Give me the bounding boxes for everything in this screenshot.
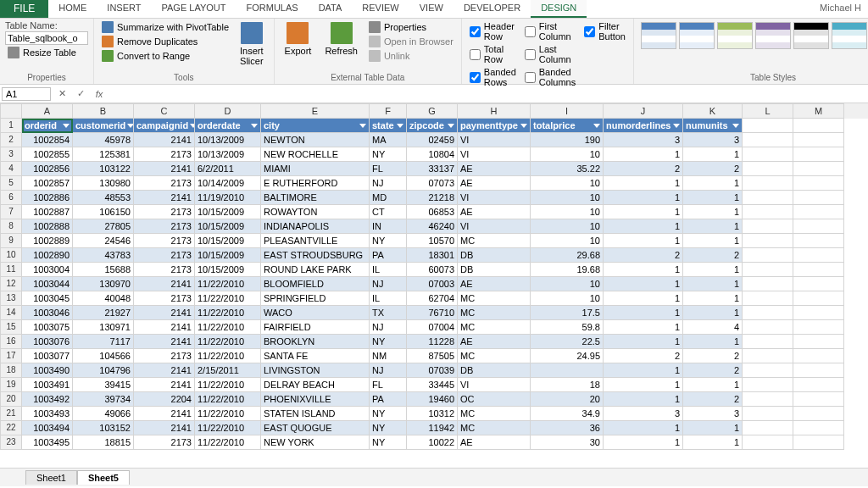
table-cell[interactable]: 2141 [134, 277, 195, 291]
column-header[interactable]: I [531, 103, 604, 119]
table-cell[interactable]: 1002887 [22, 205, 73, 219]
column-header[interactable]: D [195, 103, 261, 119]
table-cell[interactable]: 1003495 [22, 435, 73, 450]
column-header[interactable]: G [407, 103, 458, 119]
enter-icon[interactable]: ✓ [73, 88, 88, 99]
table-cell[interactable]: 2141 [134, 421, 195, 435]
table-cell[interactable]: BALTIMORE [261, 191, 370, 205]
table-cell[interactable]: 1 [604, 291, 683, 306]
table-cell[interactable]: 18815 [73, 435, 134, 450]
table-header-cell[interactable]: zipcode [407, 119, 458, 133]
table-cell[interactable]: 11942 [407, 421, 458, 435]
table-cell[interactable]: FL [370, 378, 407, 392]
table-cell[interactable]: 34.9 [531, 407, 604, 421]
table-cell[interactable]: 104566 [73, 349, 134, 363]
table-cell[interactable]: 1002889 [22, 234, 73, 248]
tab-data[interactable]: DATA [309, 0, 353, 18]
table-cell[interactable]: BROOKLYN [261, 335, 370, 349]
row-header[interactable]: 6 [0, 191, 22, 205]
filter-dropdown-icon[interactable] [251, 124, 258, 128]
insert-slicer-button[interactable]: Insert Slicer [235, 20, 269, 68]
table-cell[interactable]: 11/22/2010 [195, 435, 261, 450]
table-cell[interactable]: MD [370, 191, 407, 205]
table-cell[interactable]: 39734 [73, 392, 134, 407]
table-cell[interactable]: STATEN ISLAND [261, 407, 370, 421]
table-cell[interactable]: 48553 [73, 191, 134, 205]
table-cell[interactable]: 2141 [134, 133, 195, 147]
table-cell[interactable]: 2141 [134, 407, 195, 421]
table-header-cell[interactable]: orderdate [195, 119, 261, 133]
style-swatch[interactable] [679, 22, 715, 49]
table-cell[interactable]: AE [458, 277, 531, 291]
column-header[interactable]: A [22, 103, 73, 119]
table-cell[interactable]: AE [458, 162, 531, 176]
table-cell[interactable]: E RUTHERFORD [261, 176, 370, 191]
row-header[interactable]: 3 [0, 147, 22, 162]
table-name-input[interactable] [5, 31, 88, 45]
table-cell[interactable]: 11/22/2010 [195, 291, 261, 306]
table-cell[interactable]: CT [370, 205, 407, 219]
table-cell[interactable]: NY [370, 147, 407, 162]
table-cell[interactable]: 2173 [134, 147, 195, 162]
table-cell[interactable]: 30 [531, 435, 604, 450]
column-header[interactable]: J [604, 103, 683, 119]
table-cell[interactable]: 1 [604, 147, 683, 162]
table-cell[interactable]: 10/15/2009 [195, 205, 261, 219]
table-properties-button[interactable]: Properties [366, 20, 456, 34]
table-cell[interactable]: MC [458, 234, 531, 248]
row-header[interactable]: 11 [0, 263, 22, 277]
table-cell[interactable]: NY [370, 435, 407, 450]
table-cell[interactable]: 06853 [407, 205, 458, 219]
table-cell[interactable]: 1 [683, 378, 743, 392]
table-cell[interactable]: 27805 [73, 219, 134, 234]
table-header-cell[interactable]: numunits [683, 119, 743, 133]
table-cell[interactable]: DELRAY BEACH [261, 378, 370, 392]
table-cell[interactable]: 2173 [134, 234, 195, 248]
sheet-tab-1[interactable]: Sheet1 [25, 470, 77, 485]
table-cell[interactable]: 87505 [407, 349, 458, 363]
table-cell[interactable]: 2 [683, 349, 743, 363]
table-cell[interactable]: NY [370, 335, 407, 349]
table-cell[interactable]: 10570 [407, 234, 458, 248]
row-header[interactable]: 23 [0, 435, 22, 450]
table-cell[interactable]: 45978 [73, 133, 134, 147]
table-cell[interactable]: 1003046 [22, 306, 73, 320]
table-cell[interactable]: 76710 [407, 306, 458, 320]
table-cell[interactable]: 49066 [73, 407, 134, 421]
table-header-cell[interactable]: city [261, 119, 370, 133]
tab-file[interactable]: FILE [0, 0, 48, 18]
column-header[interactable]: M [793, 103, 844, 119]
table-cell[interactable]: 2141 [134, 363, 195, 378]
row-header[interactable]: 4 [0, 162, 22, 176]
row-header[interactable]: 20 [0, 392, 22, 407]
table-cell[interactable]: 104796 [73, 363, 134, 378]
table-cell[interactable]: 1003045 [22, 291, 73, 306]
table-cell[interactable]: MC [458, 349, 531, 363]
table-cell[interactable]: 15688 [73, 263, 134, 277]
table-cell[interactable]: 1003004 [22, 263, 73, 277]
table-cell[interactable]: 10/13/2009 [195, 133, 261, 147]
table-cell[interactable]: 1 [604, 277, 683, 291]
table-cell[interactable]: 22.5 [531, 335, 604, 349]
table-cell[interactable]: 02459 [407, 133, 458, 147]
table-cell[interactable]: NJ [370, 363, 407, 378]
table-cell[interactable]: 1 [683, 234, 743, 248]
row-header[interactable]: 7 [0, 205, 22, 219]
table-cell[interactable]: 3 [604, 133, 683, 147]
table-cell[interactable]: EAST STROUDSBURG [261, 248, 370, 263]
table-cell[interactable]: 1 [604, 335, 683, 349]
table-cell[interactable]: 1 [683, 176, 743, 191]
table-cell[interactable]: 10804 [407, 147, 458, 162]
row-header[interactable]: 10 [0, 248, 22, 263]
table-cell[interactable]: 1 [604, 435, 683, 450]
table-cell[interactable]: 2173 [134, 349, 195, 363]
column-header[interactable]: F [370, 103, 407, 119]
fx-icon[interactable]: fx [92, 89, 107, 99]
table-cell[interactable]: 6/2/2011 [195, 162, 261, 176]
table-cell[interactable]: 24.95 [531, 349, 604, 363]
table-cell[interactable]: 1 [683, 335, 743, 349]
table-cell[interactable]: 2173 [134, 248, 195, 263]
table-cell[interactable]: SANTA FE [261, 349, 370, 363]
table-cell[interactable]: LIVINGSTON [261, 363, 370, 378]
summarize-pivot-button[interactable]: Summarize with PivotTable [99, 20, 231, 34]
